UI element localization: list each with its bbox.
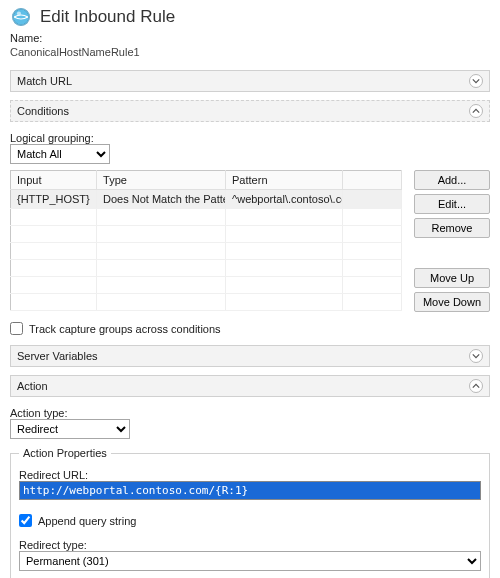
- conditions-body: Logical grouping: Match All Input Type P…: [10, 122, 490, 337]
- chevron-down-icon: [469, 349, 483, 363]
- move-down-button[interactable]: Move Down: [414, 292, 490, 312]
- name-label: Name:: [10, 32, 490, 44]
- section-server-variables[interactable]: Server Variables: [10, 345, 490, 367]
- table-row[interactable]: [11, 277, 402, 294]
- section-action[interactable]: Action: [10, 375, 490, 397]
- section-conditions[interactable]: Conditions: [10, 100, 490, 122]
- section-match-url[interactable]: Match URL: [10, 70, 490, 92]
- logical-grouping-label: Logical grouping:: [10, 132, 490, 144]
- redirect-url-input[interactable]: [19, 481, 481, 500]
- track-capture-input[interactable]: [10, 322, 23, 335]
- action-type-select[interactable]: Redirect: [10, 419, 130, 439]
- col-type[interactable]: Type: [97, 171, 226, 190]
- redirect-type-select[interactable]: Permanent (301): [19, 551, 481, 571]
- table-row[interactable]: [11, 243, 402, 260]
- table-row[interactable]: [11, 260, 402, 277]
- section-caption: Server Variables: [17, 350, 98, 362]
- svg-point-2: [17, 12, 21, 16]
- edit-button[interactable]: Edit...: [414, 194, 490, 214]
- table-row[interactable]: {HTTP_HOST} Does Not Match the Pattern ^…: [11, 190, 402, 209]
- logical-grouping-select[interactable]: Match All: [10, 144, 110, 164]
- name-value: CanonicalHostNameRule1: [10, 46, 490, 58]
- append-query-checkbox[interactable]: Append query string: [19, 514, 481, 527]
- action-properties-legend: Action Properties: [19, 447, 111, 459]
- append-query-input[interactable]: [19, 514, 32, 527]
- iis-icon: [10, 6, 32, 28]
- redirect-type-label: Redirect type:: [19, 539, 481, 551]
- table-row[interactable]: [11, 294, 402, 311]
- move-up-button[interactable]: Move Up: [414, 268, 490, 288]
- chevron-down-icon: [469, 74, 483, 88]
- add-button[interactable]: Add...: [414, 170, 490, 190]
- action-type-label: Action type:: [10, 407, 490, 419]
- chevron-up-icon: [469, 379, 483, 393]
- section-caption: Match URL: [17, 75, 72, 87]
- page-header: Edit Inbound Rule: [10, 6, 490, 28]
- section-caption: Conditions: [17, 105, 69, 117]
- col-pattern[interactable]: Pattern: [226, 171, 343, 190]
- conditions-buttons: Add... Edit... Remove Move Up Move Down: [414, 170, 490, 312]
- conditions-table[interactable]: Input Type Pattern {HTTP_HOST} Does Not …: [10, 170, 402, 311]
- remove-button[interactable]: Remove: [414, 218, 490, 238]
- action-properties: Action Properties Redirect URL: Append q…: [10, 447, 490, 578]
- table-row[interactable]: [11, 209, 402, 226]
- action-body: Action type: Redirect Action Properties …: [10, 397, 490, 578]
- chevron-up-icon: [469, 104, 483, 118]
- col-input[interactable]: Input: [11, 171, 97, 190]
- table-row[interactable]: [11, 226, 402, 243]
- redirect-url-label: Redirect URL:: [19, 469, 481, 481]
- section-caption: Action: [17, 380, 48, 392]
- page-title: Edit Inbound Rule: [40, 7, 175, 27]
- track-capture-checkbox[interactable]: Track capture groups across conditions: [10, 322, 490, 335]
